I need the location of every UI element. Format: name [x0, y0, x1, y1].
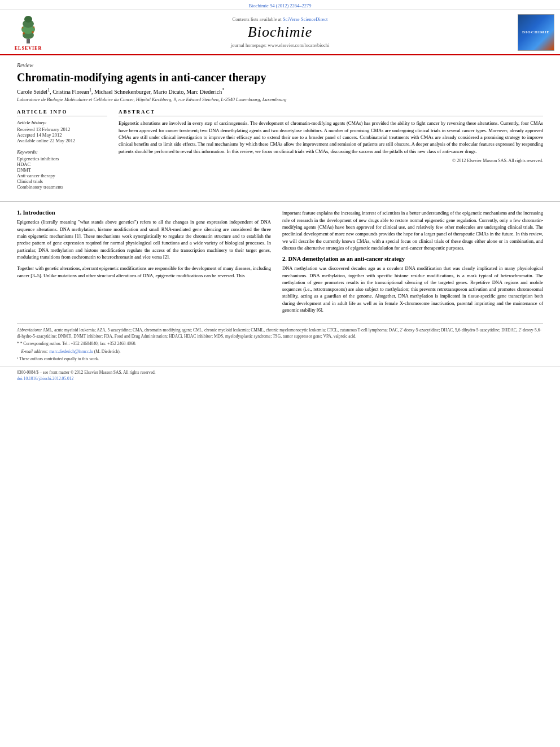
section2-paragraph-1: DNA methylation was discovered decades a… — [282, 265, 543, 313]
abstract-text: Epigenetic alterations are involved in e… — [119, 120, 543, 155]
article-info-abstract: ARTICLE INFO Article history: Received 1… — [17, 109, 543, 190]
copyright-line: © 2012 Elsevier Masson SAS. All rights r… — [119, 158, 543, 163]
keywords-block: Keywords: Epigenetics inhibitors HDAC DN… — [17, 149, 107, 190]
keyword-item: HDAC — [17, 161, 107, 167]
equal-contrib: ¹ These authors contributed equally to t… — [17, 356, 543, 362]
journal-header: ELSEVIER Contents lists available at Sci… — [0, 10, 560, 55]
body-left-col: 1. Introduction Epigenetics (literally m… — [17, 209, 271, 318]
body-right-col: important feature explains the increasin… — [282, 209, 543, 318]
keyword-item: Epigenetics inhibitors — [17, 156, 107, 161]
top-bar: Biochimie 94 (2012) 2264–2279 — [0, 0, 560, 10]
elsevier-logo: ELSEVIER — [6, 14, 51, 51]
corresponding-label: * Corresponding author. — [20, 341, 62, 346]
svg-point-4 — [24, 16, 32, 23]
keyword-item: Combinatory treatments — [17, 184, 107, 190]
accepted-date: Accepted 14 May 2012 — [17, 132, 107, 138]
bottom-bar: 0300-9084/$ – see front matter © 2012 El… — [0, 366, 560, 385]
body-content: 1. Introduction Epigenetics (literally m… — [0, 202, 560, 324]
svg-point-7 — [22, 27, 24, 29]
corresponding-text: Tel.: +352 24684040; fax: +352 2468 4060… — [62, 341, 136, 346]
article-main-content: Review Chromatin-modifying agents in ant… — [0, 55, 560, 202]
journal-homepage: journal homepage: www.elsevier.com/locat… — [51, 42, 509, 48]
keywords-list: Epigenetics inhibitors HDAC DNMT Anti-ca… — [17, 156, 107, 190]
elsevier-label: ELSEVIER — [15, 46, 42, 51]
keyword-item: DNMT — [17, 167, 107, 173]
article-section-label: Review — [17, 62, 543, 68]
email-line: E-mail address: marc.diederich@lnmcc.lu … — [17, 349, 543, 355]
intro-right-paragraph-1: important feature explains the increasin… — [282, 209, 543, 251]
journal-badge: BIOCHIMIE — [509, 14, 554, 51]
journal-center-info: Contents lists available at SciVerse Sci… — [51, 16, 509, 48]
email-address: marc.diederich@lnmcc.lu — [49, 349, 93, 354]
intro-paragraph-1: Epigenetics (literally meaning "what sta… — [17, 219, 271, 260]
doi-line: doi:10.1016/j.biochi.2012.05.012 — [17, 376, 543, 381]
article-title: Chromatin-modifying agents in anti-cance… — [17, 71, 543, 84]
svg-point-8 — [33, 27, 35, 28]
journal-title: Biochimie — [51, 24, 509, 41]
sciverse-line: Contents lists available at SciVerse Sci… — [51, 16, 509, 22]
biochimie-ref: Biochimie 94 (2012) 2264–2279 — [248, 3, 311, 8]
article-history: Article history: Received 13 February 20… — [17, 120, 107, 143]
abstract-heading: ABSTRACT — [119, 109, 543, 116]
svg-point-6 — [32, 31, 34, 33]
corresponding-author: * * Corresponding author. Tel.: +352 246… — [17, 341, 543, 347]
history-label: Article history: — [17, 120, 107, 125]
keyword-item: Clinical trials — [17, 178, 107, 184]
abbrev-label: Abbreviations: — [17, 327, 42, 333]
equal-contrib-text: ¹ These authors contributed equally to t… — [17, 356, 99, 361]
section2-title: 2. DNA demethylation as an anti-cancer s… — [282, 256, 543, 262]
article-authors: Carole Seidel1, Cristina Florean1, Micha… — [17, 88, 543, 95]
article-info-panel: ARTICLE INFO Article history: Received 1… — [17, 109, 107, 190]
available-date: Available online 22 May 2012 — [17, 138, 107, 143]
svg-rect-0 — [27, 39, 30, 43]
keyword-item: Anti-cancer therapy — [17, 173, 107, 178]
biochimie-badge-icon: BIOCHIMIE — [518, 14, 554, 51]
email-name: (M. Diederich). — [94, 349, 121, 354]
abbrev-text: AML, acute myeloid leukemia; AZA, 5-azac… — [17, 327, 541, 339]
sciverse-link[interactable]: SciVerse ScienceDirect — [283, 16, 328, 22]
email-label: E-mail address: — [21, 349, 49, 354]
intro-section-title: 1. Introduction — [17, 209, 271, 216]
article-info-heading: ARTICLE INFO — [17, 109, 107, 116]
abstract-panel: ABSTRACT Epigenetic alterations are invo… — [119, 109, 543, 190]
issn-line: 0300-9084/$ – see front matter © 2012 El… — [17, 370, 543, 375]
abbreviations: Abbreviations: AML, acute myeloid leukem… — [17, 327, 543, 339]
received-date: Received 13 February 2012 — [17, 126, 107, 132]
intro-paragraph-2: Together with genetic alterations, aberr… — [17, 265, 271, 279]
keywords-label: Keywords: — [17, 149, 107, 155]
elsevier-tree-icon — [11, 14, 45, 45]
footnotes: Abbreviations: AML, acute myeloid leukem… — [17, 324, 543, 362]
article-affiliation: Laboratoire de Biologie Moléculaire et C… — [17, 97, 543, 102]
svg-point-5 — [23, 32, 25, 34]
